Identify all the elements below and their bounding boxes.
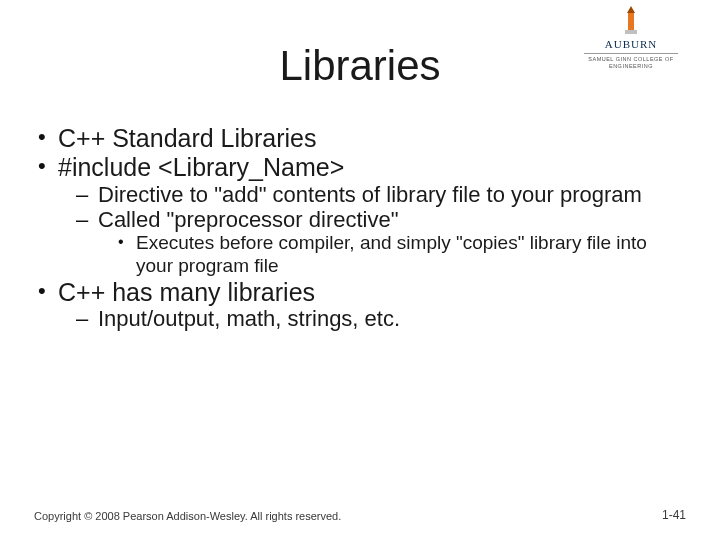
bullet-list: C++ Standard Libraries #include <Library… <box>34 124 686 332</box>
bullet-text: Directive to "add" contents of library f… <box>98 182 642 207</box>
list-item: Directive to "add" contents of library f… <box>74 182 686 207</box>
list-item: Called "preprocessor directive" Executes… <box>74 207 686 278</box>
logo-name: AUBURN <box>576 38 686 51</box>
bullet-text: Executes before compiler, and simply "co… <box>136 232 647 276</box>
slide: AUBURN SAMUEL GINN COLLEGE OF ENGINEERIN… <box>0 0 720 540</box>
svg-rect-0 <box>628 12 634 32</box>
auburn-logo: AUBURN SAMUEL GINN COLLEGE OF ENGINEERIN… <box>576 6 686 69</box>
svg-rect-2 <box>625 30 637 34</box>
list-item: C++ Standard Libraries <box>34 124 686 153</box>
list-item: #include <Library_Name> Directive to "ad… <box>34 153 686 278</box>
bullet-text: C++ Standard Libraries <box>58 124 316 152</box>
bullet-text: Called "preprocessor directive" <box>98 207 399 232</box>
list-item: C++ has many libraries Input/output, mat… <box>34 278 686 332</box>
tower-icon <box>620 6 642 36</box>
copyright-text: Copyright © 2008 Pearson Addison-Wesley.… <box>34 510 341 522</box>
bullet-text: Input/output, math, strings, etc. <box>98 306 400 331</box>
list-item: Executes before compiler, and simply "co… <box>116 232 686 278</box>
bullet-text: C++ has many libraries <box>58 278 315 306</box>
bullet-text: #include <Library_Name> <box>58 153 344 181</box>
page-number: 1-41 <box>662 508 686 522</box>
svg-marker-1 <box>627 6 635 13</box>
logo-subline: SAMUEL GINN COLLEGE OF ENGINEERING <box>576 56 686 69</box>
list-item: Input/output, math, strings, etc. <box>74 306 686 331</box>
logo-divider <box>584 53 678 54</box>
